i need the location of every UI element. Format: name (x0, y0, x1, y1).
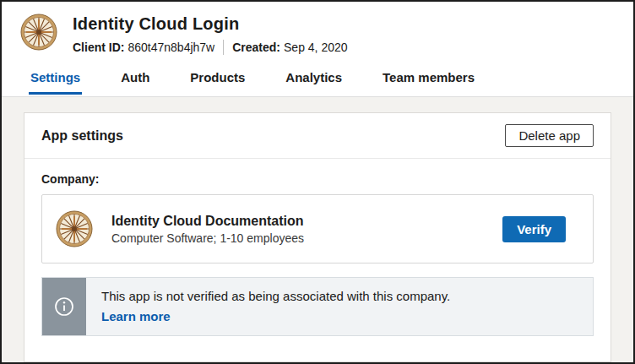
company-info: Identity Cloud Documentation Computer So… (111, 214, 484, 245)
card-header: App settings Delete app (24, 113, 611, 159)
tab-bar: Settings Auth Products Analytics Team me… (2, 55, 633, 97)
app-meta-line: Client ID:860t47n8b4jh7w Created:Sep 4, … (73, 40, 348, 55)
verification-notice: This app is not verified as being associ… (41, 277, 594, 336)
tab-analytics[interactable]: Analytics (284, 65, 344, 95)
page-title: Identity Cloud Login (73, 14, 348, 34)
app-header: Identity Cloud Login Client ID:860t47n8b… (2, 2, 633, 55)
company-field-label: Company: (41, 172, 594, 186)
notice-content: This app is not verified as being associ… (86, 278, 593, 335)
company-name: Identity Cloud Documentation (111, 214, 484, 229)
app-logo-compass-icon (20, 14, 57, 51)
app-settings-card: App settings Delete app Company: Identit… (24, 112, 611, 362)
main-content: App settings Delete app Company: Identit… (2, 97, 633, 362)
tab-team-members[interactable]: Team members (381, 65, 476, 95)
card-title: App settings (41, 128, 123, 144)
meta-divider (223, 40, 224, 55)
notice-icon-band (42, 278, 86, 335)
client-id-label: Client ID: (73, 41, 124, 54)
card-body: Company: Identity Cloud Documentation Co… (24, 159, 611, 350)
notice-message: This app is not verified as being associ… (101, 289, 578, 303)
created-value: Sep 4, 2020 (284, 41, 348, 54)
tab-settings[interactable]: Settings (29, 65, 82, 95)
created-label: Created: (232, 41, 280, 54)
company-row: Identity Cloud Documentation Computer So… (41, 194, 594, 263)
app-window: Identity Cloud Login Client ID:860t47n8b… (0, 0, 635, 364)
tab-products[interactable]: Products (188, 65, 247, 95)
client-id-value: 860t47n8b4jh7w (128, 41, 214, 54)
company-logo-compass-icon (56, 210, 93, 247)
delete-app-button[interactable]: Delete app (505, 124, 594, 147)
learn-more-link[interactable]: Learn more (101, 309, 171, 323)
client-id: Client ID:860t47n8b4jh7w (73, 41, 214, 54)
verify-button[interactable]: Verify (502, 216, 566, 242)
tab-auth[interactable]: Auth (119, 65, 151, 95)
company-description: Computer Software; 1-10 employees (111, 231, 484, 245)
header-text: Identity Cloud Login Client ID:860t47n8b… (73, 14, 348, 55)
created-date: Created:Sep 4, 2020 (232, 41, 347, 54)
info-circle-icon (54, 296, 74, 317)
